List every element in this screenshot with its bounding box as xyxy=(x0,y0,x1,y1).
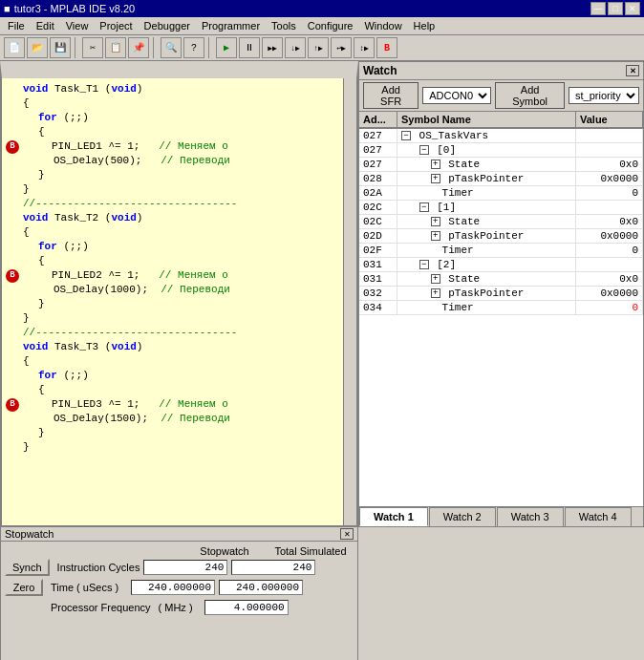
menu-view[interactable]: View xyxy=(60,19,95,32)
sw-ic-stopwatch[interactable] xyxy=(143,560,227,575)
step-into-button[interactable]: ↓▶ xyxy=(285,37,306,58)
code-line-bp1: B PIN_LED1 ^= 1; // Меняем о xyxy=(2,139,356,154)
expand-icon-1[interactable]: − xyxy=(419,145,429,155)
watch-table[interactable]: 027 − OS_TaskVars 027 − [0] 027 xyxy=(359,129,643,506)
toolbar: 📄 📂 💾 ✂ 📋 📌 🔍 ? ▶ ⏸ ▶▶ ↓▶ ↑▶ ↩▶ ↕▶ B xyxy=(0,35,644,61)
watch-tab-3[interactable]: Watch 3 xyxy=(497,507,564,526)
expand-icon-11[interactable]: + xyxy=(431,288,440,298)
run-button[interactable]: ▶ xyxy=(216,37,237,58)
menu-window[interactable]: Window xyxy=(358,19,407,32)
code-line-3: for (;;) xyxy=(2,111,356,125)
menu-file[interactable]: File xyxy=(2,19,31,32)
code-minimize-btn[interactable]: — xyxy=(309,64,322,75)
code-scrollbar[interactable] xyxy=(343,78,356,525)
sw-freq-value[interactable] xyxy=(204,600,289,615)
open-button[interactable]: 📂 xyxy=(27,37,48,58)
code-maximize-btn[interactable]: □ xyxy=(324,64,337,75)
watch-val-9 xyxy=(576,258,643,271)
expand-icon-3[interactable]: + xyxy=(431,174,440,183)
menu-edit[interactable]: Edit xyxy=(31,19,60,32)
save-button[interactable]: 💾 xyxy=(50,37,71,58)
watch-close-btn[interactable]: ✕ xyxy=(626,65,639,76)
search-button[interactable]: 🔍 xyxy=(161,37,182,58)
sw-freq-row: Processor Frequency ( MHz ) xyxy=(5,600,354,615)
menu-debugger[interactable]: Debugger xyxy=(139,19,196,32)
watch-tab-1[interactable]: Watch 1 xyxy=(359,507,428,526)
separator-1 xyxy=(75,37,78,58)
help-btn[interactable]: ? xyxy=(183,37,204,58)
menu-configure[interactable]: Configure xyxy=(302,19,359,32)
sw-ic-label: Instruction Cycles xyxy=(57,562,140,573)
code-close-btn[interactable]: ✕ xyxy=(339,64,353,75)
code-line-10: void Task_T2 (void) xyxy=(2,211,356,225)
new-button[interactable]: 📄 xyxy=(4,37,25,58)
menu-project[interactable]: Project xyxy=(94,19,138,32)
cut-button[interactable]: ✂ xyxy=(82,37,103,58)
watch-val-8: 0 xyxy=(576,244,643,257)
code-line-7: } xyxy=(2,168,356,182)
watch-row-9: 031 − [2] xyxy=(359,258,643,272)
expand-icon-9[interactable]: − xyxy=(419,260,429,269)
close-button[interactable]: ✕ xyxy=(625,2,640,15)
add-sfr-button[interactable]: Add SFR xyxy=(363,82,419,109)
expand-icon-10[interactable]: + xyxy=(431,274,440,284)
zero-button[interactable]: Zero xyxy=(5,579,43,596)
watch-row-12: 034 Timer 0 xyxy=(359,301,643,315)
watch-header: Ad... Symbol Name Value xyxy=(359,112,643,129)
watch-addr-5: 02C xyxy=(359,201,397,214)
main-area: C:\TUTOR\T3\tutor3.c — □ ✕ void Task_T1 … xyxy=(0,61,644,527)
menu-help[interactable]: Help xyxy=(408,19,441,32)
watch-addr-3: 028 xyxy=(359,172,397,185)
minimize-button[interactable]: — xyxy=(590,2,606,15)
pause-button[interactable]: ⏸ xyxy=(239,37,260,58)
sw-time-stopwatch[interactable] xyxy=(131,580,215,595)
watch-val-5 xyxy=(576,201,643,214)
stopwatch-title: Stopwatch xyxy=(5,528,54,540)
add-symbol-button[interactable]: Add Symbol xyxy=(495,82,565,109)
code-line-13: { xyxy=(2,254,356,268)
stopwatch-close-btn[interactable]: ✕ xyxy=(340,528,354,540)
watch-val-7: 0x0000 xyxy=(576,229,643,243)
watch-val-4: 0 xyxy=(576,186,643,200)
sw-time-total[interactable] xyxy=(219,580,303,595)
reset-button[interactable]: ↩▶ xyxy=(331,37,352,58)
synch-button[interactable]: Synch xyxy=(5,559,50,576)
sw-time-label: Time ( uSecs ) xyxy=(51,582,127,593)
sw-header-row: Stopwatch Total Simulated xyxy=(5,545,354,557)
watch-addr-2: 027 xyxy=(359,158,397,171)
col-address: Ad... xyxy=(359,112,397,127)
watch-tab-2[interactable]: Watch 2 xyxy=(429,507,496,526)
paste-button[interactable]: 📌 xyxy=(128,37,149,58)
copy-button[interactable]: 📋 xyxy=(105,37,126,58)
step-out-button[interactable]: ↑▶ xyxy=(308,37,329,58)
expand-icon-5[interactable]: − xyxy=(419,202,429,212)
step-over-button[interactable]: ▶▶ xyxy=(262,37,283,58)
separator-3 xyxy=(208,37,212,58)
watch-row-7: 02D + pTaskPointer 0x0000 xyxy=(359,229,643,244)
sfr-select[interactable]: ADCON0 xyxy=(422,87,491,104)
watch-sym-2: + State xyxy=(397,158,576,171)
menu-programmer[interactable]: Programmer xyxy=(196,19,266,32)
sw-freq-label: Processor Frequency xyxy=(51,602,151,613)
expand-icon-2[interactable]: + xyxy=(431,160,440,169)
expand-icon-0[interactable]: − xyxy=(401,131,411,140)
title-bar-text: tutor3 - MPLAB IDE v8.20 xyxy=(14,3,136,14)
watch-row-2: 027 + State 0x0 xyxy=(359,158,643,172)
menu-tools[interactable]: Tools xyxy=(266,19,302,32)
sw-ic-total[interactable] xyxy=(231,560,315,575)
maximize-button[interactable]: □ xyxy=(608,2,623,15)
expand-icon-7[interactable]: + xyxy=(431,231,440,241)
col-symbol: Symbol Name xyxy=(397,112,576,127)
code-line-18: //-------------------------------- xyxy=(2,326,356,340)
sw-col-stopwatch: Stopwatch xyxy=(182,545,268,557)
halt-button[interactable]: ↕▶ xyxy=(354,37,375,58)
watch-val-11: 0x0000 xyxy=(576,287,643,300)
watch-sym-3: + pTaskPointer xyxy=(397,172,576,185)
priority-select[interactable]: st_priority xyxy=(569,87,639,104)
watch-row-6: 02C + State 0x0 xyxy=(359,215,643,229)
expand-icon-6[interactable]: + xyxy=(431,217,440,226)
breakpoint-button[interactable]: B xyxy=(376,37,397,58)
watch-tab-4[interactable]: Watch 4 xyxy=(565,507,632,526)
code-line-1: void Task_T1 (void) xyxy=(2,82,356,96)
code-line-2: { xyxy=(2,96,356,111)
